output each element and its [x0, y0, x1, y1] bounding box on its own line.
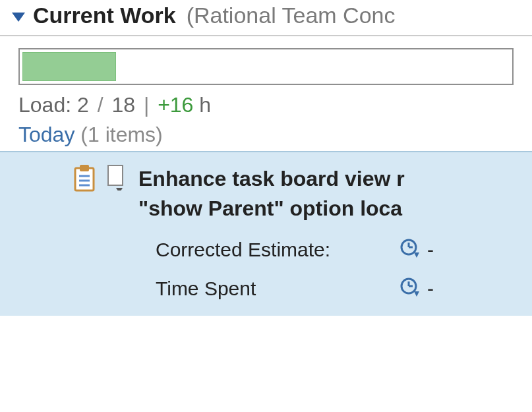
time-spent-label: Time Spent [156, 278, 399, 300]
load-current: 2 [77, 93, 89, 117]
current-work-panel: Current Work (Rational Team Conc Load: 2… [0, 0, 532, 412]
time-spent-value: - [427, 278, 434, 300]
load-prefix: Load: [18, 93, 71, 117]
load-divider: | [144, 93, 149, 117]
clock-icon[interactable] [399, 238, 419, 262]
group-count: (1 items) [80, 123, 162, 146]
chevron-down-icon [12, 4, 25, 26]
corrected-estimate-label: Corrected Estimate: [156, 239, 399, 261]
svg-marker-15 [414, 291, 419, 297]
corrected-estimate-value: - [427, 239, 434, 261]
work-item-row[interactable]: Enhance task board view r "show Parent" … [0, 164, 532, 223]
dropdown-icon[interactable] [107, 164, 127, 195]
svg-rect-2 [80, 165, 89, 171]
svg-marker-7 [116, 188, 123, 191]
work-item-area: Enhance task board view r "show Parent" … [0, 151, 532, 316]
section-title: Current Work [33, 3, 176, 28]
group-name: Today [18, 123, 74, 146]
load-summary: Load: 2 / 18 | +16 h [0, 90, 532, 123]
clock-icon[interactable] [399, 277, 419, 301]
group-header[interactable]: Today (1 items) [0, 123, 532, 151]
load-slash: / [98, 93, 103, 117]
time-spent-row: Time Spent - [0, 277, 532, 301]
svg-rect-6 [108, 165, 123, 185]
corrected-estimate-row: Corrected Estimate: - [0, 238, 532, 262]
svg-marker-0 [12, 13, 25, 22]
progress-fill [22, 52, 116, 81]
progress-bar [18, 48, 514, 85]
svg-marker-11 [414, 252, 419, 258]
clipboard-icon [73, 164, 96, 196]
section-header[interactable]: Current Work (Rational Team Conc [0, 0, 532, 36]
svg-rect-1 [75, 168, 94, 191]
section-context: (Rational Team Conc [187, 3, 396, 28]
load-total: 18 [111, 93, 135, 117]
work-item-title: Enhance task board view r "show Parent" … [138, 164, 405, 223]
load-progress [0, 36, 532, 90]
load-unit: h [199, 93, 211, 117]
load-delta: +16 [158, 93, 193, 117]
